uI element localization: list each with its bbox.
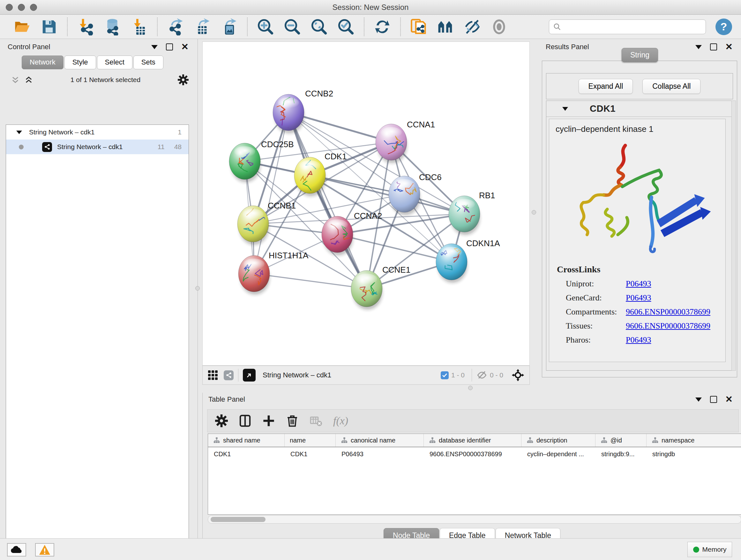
add-column-icon[interactable] — [262, 415, 275, 427]
zoom-fit-icon[interactable] — [310, 18, 328, 36]
network-edge[interactable] — [254, 273, 367, 289]
export-table-icon[interactable] — [193, 18, 211, 36]
tab-string[interactable]: String — [622, 48, 658, 62]
table-settings-gear-icon[interactable] — [215, 415, 228, 427]
help-button[interactable]: ? — [716, 18, 732, 35]
tab-style[interactable]: Style — [64, 56, 96, 69]
crosslink-label: GeneCard: — [566, 293, 626, 303]
panel-float-icon[interactable] — [710, 396, 717, 403]
panel-close-icon[interactable]: ✕ — [181, 44, 189, 50]
column-header[interactable]: database identifier — [424, 434, 522, 447]
tab-network[interactable]: Network — [22, 56, 64, 69]
table-cell[interactable]: cyclin–dependent ... — [522, 450, 596, 458]
splitter-handle[interactable] — [195, 286, 200, 291]
delete-column-icon[interactable] — [286, 415, 299, 427]
zoom-in-icon[interactable] — [257, 18, 274, 36]
column-header[interactable]: name — [285, 434, 336, 447]
network-label: String Network – cdk1 — [57, 143, 123, 151]
memory-button[interactable]: Memory — [687, 542, 732, 557]
cloud-status-button[interactable] — [7, 543, 26, 557]
splitter-handle[interactable] — [468, 386, 473, 390]
network-node[interactable]: CCNB1 — [238, 201, 296, 245]
network-canvas[interactable]: CCNB2CCNA1CDC25BCDK1CDC6RB1CCNB1CCNA2CDK… — [202, 42, 530, 366]
expand-all-icon[interactable] — [24, 75, 33, 84]
open-session-icon[interactable] — [13, 18, 31, 36]
search-field[interactable] — [564, 23, 702, 30]
cloud-icon — [10, 545, 23, 555]
network-node[interactable]: CCNE1 — [351, 265, 410, 310]
zoom-out-icon[interactable] — [283, 18, 301, 36]
network-node[interactable]: CDC6 — [389, 172, 442, 215]
network-node[interactable]: CDKN1A — [436, 239, 500, 283]
network-node[interactable]: CCNB2 — [272, 89, 333, 133]
network-node[interactable]: CDK1 — [294, 152, 347, 196]
search-input[interactable] — [549, 19, 706, 34]
network-node[interactable]: HIST1H1A — [239, 251, 309, 295]
protein-section-header[interactable]: CDK1 — [546, 101, 733, 117]
table-cell[interactable]: CDK1 — [285, 450, 336, 458]
show-graphics-details-icon[interactable] — [410, 18, 428, 36]
results-scrollbar[interactable] — [731, 101, 736, 371]
table-cell[interactable]: stringdb — [647, 450, 741, 458]
column-header[interactable]: namespace — [647, 434, 741, 447]
collapse-all-icon[interactable] — [11, 75, 20, 84]
splitter-handle[interactable] — [532, 210, 536, 214]
table-cell[interactable]: P06493 — [336, 450, 424, 458]
import-table-icon[interactable] — [130, 18, 148, 36]
column-header[interactable]: @id — [596, 434, 647, 447]
hide-details-icon[interactable] — [463, 18, 481, 36]
tab-sets[interactable]: Sets — [133, 56, 163, 69]
column-header[interactable]: shared name — [208, 434, 285, 447]
warning-button[interactable] — [35, 543, 54, 557]
crosslink-link[interactable]: P06493 — [626, 279, 651, 289]
network-row[interactable]: String Network – cdk1 11 48 — [6, 139, 189, 154]
apply-layout-icon[interactable] — [374, 18, 391, 36]
gear-icon[interactable] — [178, 74, 189, 85]
table-cell[interactable]: stringdb:9... — [596, 450, 647, 458]
table-cell[interactable]: CDK1 — [208, 450, 285, 458]
panel-float-icon[interactable] — [710, 44, 717, 51]
column-header[interactable]: canonical name — [336, 434, 424, 447]
table-horizontal-scrollbar[interactable] — [208, 515, 741, 523]
birds-eye-view-icon[interactable] — [436, 18, 455, 36]
section-expand-icon[interactable] — [562, 107, 568, 111]
network-edge-count: 48 — [174, 143, 182, 151]
import-network-file-icon[interactable] — [77, 18, 94, 36]
panel-menu-icon[interactable] — [695, 45, 702, 49]
column-header[interactable]: description — [522, 434, 596, 447]
export-image-icon[interactable] — [220, 18, 238, 36]
network-node[interactable]: RB1 — [449, 191, 495, 235]
network-edge[interactable] — [254, 112, 288, 273]
table-row[interactable]: CDK1 CDK1 P06493 9606.ENSP00000378699 cy… — [208, 447, 741, 461]
panel-float-icon[interactable] — [166, 44, 173, 51]
crosslink-link[interactable]: P06493 — [626, 335, 651, 345]
show-columns-icon[interactable] — [239, 415, 252, 427]
panel-menu-icon[interactable] — [151, 45, 158, 49]
import-network-database-icon[interactable] — [104, 18, 121, 36]
function-builder-icon-disabled: f(x) — [333, 415, 348, 427]
save-session-icon[interactable] — [40, 18, 58, 36]
network-selection-status: 1 of 1 Network selected — [33, 76, 178, 84]
scrollbar-thumb[interactable] — [211, 517, 266, 522]
crosslink-link[interactable]: 9606.ENSP00000378699 — [626, 307, 711, 317]
collection-expand-icon[interactable] — [16, 131, 22, 134]
crosshair-icon[interactable] — [511, 368, 525, 382]
collapse-all-button[interactable]: Collapse All — [643, 79, 700, 94]
network-edge[interactable] — [337, 234, 452, 262]
network-collection-row[interactable]: String Network – cdk1 1 — [6, 125, 189, 139]
grid-view-icon[interactable] — [207, 369, 219, 381]
expand-all-button[interactable]: Expand All — [579, 79, 633, 94]
table-cell[interactable]: 9606.ENSP00000378699 — [424, 450, 522, 458]
zoom-selected-icon[interactable] — [337, 18, 355, 36]
crosslink-link[interactable]: P06493 — [626, 293, 651, 303]
network-edge[interactable] — [288, 112, 367, 289]
panel-close-icon[interactable]: ✕ — [725, 396, 733, 402]
export-network-icon[interactable] — [166, 18, 185, 36]
network-badge-icon[interactable] — [224, 370, 233, 380]
tab-select[interactable]: Select — [97, 56, 132, 69]
detach-view-icon[interactable] — [243, 369, 256, 381]
panel-menu-icon[interactable] — [695, 397, 702, 401]
panel-close-icon[interactable]: ✕ — [725, 44, 733, 50]
network-node[interactable]: CDC25B — [229, 139, 294, 182]
crosslink-link[interactable]: 9606.ENSP00000378699 — [626, 321, 711, 331]
